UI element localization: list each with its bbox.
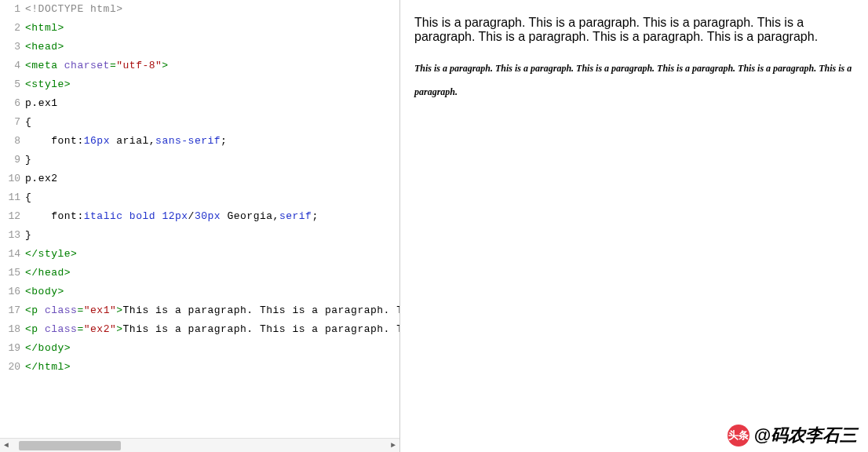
code-line[interactable]: <head> (25, 38, 399, 56)
watermark: 头条 @码农李石三 (728, 424, 857, 447)
scroll-left-arrow-icon[interactable]: ◄ (0, 439, 13, 452)
line-number: 8 (0, 132, 20, 151)
code-line[interactable]: </style> (25, 245, 399, 264)
line-number: 19 (0, 339, 20, 358)
line-number: 18 (0, 320, 20, 339)
line-number: 4 (0, 56, 20, 75)
code-line[interactable]: font:italic bold 12px/30px Georgia,serif… (25, 207, 399, 226)
preview-paragraph-ex1: This is a paragraph. This is a paragraph… (414, 16, 859, 44)
code-line[interactable]: </body> (25, 339, 399, 358)
line-number: 5 (0, 75, 20, 94)
line-number: 13 (0, 226, 20, 245)
code-line[interactable]: <!DOCTYPE html> (25, 0, 399, 19)
code-line[interactable]: { (25, 188, 399, 207)
line-number: 3 (0, 38, 20, 56)
line-number: 2 (0, 19, 20, 38)
code-line[interactable]: <body> (25, 282, 399, 301)
code-line[interactable]: { (25, 113, 399, 132)
line-number: 10 (0, 170, 20, 188)
line-number: 16 (0, 282, 20, 301)
code-line[interactable]: <p class="ex1">This is a paragraph. This… (25, 301, 399, 320)
app-container: 1234567891011121314151617181920 <!DOCTYP… (0, 0, 868, 452)
line-number: 12 (0, 207, 20, 226)
watermark-text: @码农李石三 (754, 424, 857, 447)
line-number: 11 (0, 188, 20, 207)
line-number: 14 (0, 245, 20, 264)
code-content[interactable]: <!DOCTYPE html><html><head><meta charset… (25, 0, 399, 438)
scrollbar-thumb[interactable] (19, 441, 121, 450)
code-line[interactable]: } (25, 151, 399, 170)
preview-paragraph-ex2: This is a paragraph. This is a paragraph… (414, 56, 859, 104)
preview-pane: This is a paragraph. This is a paragraph… (400, 0, 868, 452)
code-line[interactable]: </head> (25, 264, 399, 282)
watermark-logo-icon: 头条 (728, 425, 749, 447)
code-editor-pane: 1234567891011121314151617181920 <!DOCTYP… (0, 0, 400, 452)
line-number: 9 (0, 151, 20, 170)
scroll-right-arrow-icon[interactable]: ► (387, 439, 399, 452)
code-line[interactable]: } (25, 226, 399, 245)
line-number: 7 (0, 113, 20, 132)
line-number: 15 (0, 264, 20, 282)
rendered-preview: This is a paragraph. This is a paragraph… (414, 16, 859, 104)
code-line[interactable]: <style> (25, 75, 399, 94)
line-number: 6 (0, 94, 20, 113)
line-number: 20 (0, 358, 20, 377)
code-line[interactable]: <meta charset="utf-8"> (25, 56, 399, 75)
line-number: 1 (0, 0, 20, 19)
code-line[interactable]: p.ex1 (25, 94, 399, 113)
code-line[interactable]: p.ex2 (25, 170, 399, 188)
code-line[interactable]: font:16px arial,sans-serif; (25, 132, 399, 151)
line-number-gutter: 1234567891011121314151617181920 (0, 0, 25, 438)
code-line[interactable]: </html> (25, 358, 399, 377)
scrollbar-track[interactable] (13, 441, 387, 450)
line-number: 17 (0, 301, 20, 320)
horizontal-scrollbar[interactable]: ◄ ► (0, 438, 399, 452)
code-area[interactable]: 1234567891011121314151617181920 <!DOCTYP… (0, 0, 399, 438)
code-line[interactable]: <html> (25, 19, 399, 38)
code-line[interactable]: <p class="ex2">This is a paragraph. This… (25, 320, 399, 339)
